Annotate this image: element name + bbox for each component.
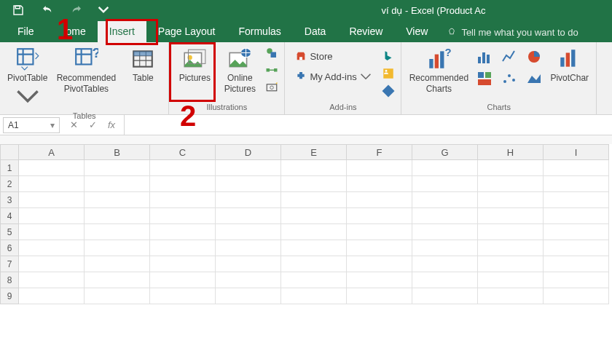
- cell[interactable]: [412, 176, 478, 192]
- cell[interactable]: [216, 192, 281, 208]
- cell[interactable]: [85, 224, 150, 240]
- cell[interactable]: [216, 160, 281, 176]
- visio-button[interactable]: [380, 83, 396, 99]
- cell[interactable]: [150, 192, 216, 208]
- tab-view[interactable]: View: [394, 21, 439, 42]
- cell[interactable]: [85, 272, 150, 288]
- cell[interactable]: [281, 240, 347, 256]
- row-header[interactable]: 7: [0, 256, 19, 272]
- cell[interactable]: [544, 208, 609, 224]
- fx-button[interactable]: fx: [102, 119, 121, 130]
- cell[interactable]: [412, 272, 478, 288]
- cell[interactable]: [281, 272, 347, 288]
- cell[interactable]: [478, 256, 544, 272]
- cell[interactable]: [478, 272, 544, 288]
- cell[interactable]: [412, 288, 478, 304]
- scatter-chart-button[interactable]: [499, 68, 519, 89]
- cell[interactable]: [281, 192, 347, 208]
- col-header[interactable]: C: [150, 144, 216, 160]
- tab-review[interactable]: Review: [337, 21, 394, 42]
- col-header[interactable]: H: [478, 144, 544, 160]
- tab-file[interactable]: File: [6, 21, 46, 42]
- row-header[interactable]: 6: [0, 240, 19, 256]
- recommended-charts-button[interactable]: ? Recommended Charts: [406, 45, 471, 96]
- cell[interactable]: [85, 176, 150, 192]
- cell[interactable]: [281, 208, 347, 224]
- cell[interactable]: [478, 240, 544, 256]
- col-header[interactable]: G: [412, 144, 478, 160]
- cell[interactable]: [478, 224, 544, 240]
- row-header[interactable]: 8: [0, 272, 19, 288]
- recommended-pivot-button[interactable]: ? Recommended PivotTables: [53, 45, 119, 96]
- cell[interactable]: [478, 208, 544, 224]
- col-header[interactable]: I: [544, 144, 609, 160]
- name-box[interactable]: A1▾: [3, 117, 60, 133]
- line-chart-button[interactable]: [499, 47, 519, 67]
- cell[interactable]: [85, 160, 150, 176]
- cell[interactable]: [85, 240, 150, 256]
- pictures-button[interactable]: Pictures: [173, 45, 216, 85]
- row-header[interactable]: 3: [0, 192, 19, 208]
- cell[interactable]: [150, 240, 216, 256]
- tab-insert[interactable]: Insert: [98, 21, 146, 42]
- cell[interactable]: [478, 160, 544, 176]
- cell[interactable]: [19, 256, 85, 272]
- people-graph-button[interactable]: [380, 66, 396, 82]
- cell[interactable]: [544, 272, 609, 288]
- col-header[interactable]: B: [85, 144, 150, 160]
- cancel-formula-button[interactable]: ✕: [64, 119, 83, 130]
- cell[interactable]: [544, 192, 609, 208]
- cell[interactable]: [544, 288, 609, 304]
- cell[interactable]: [85, 288, 150, 304]
- surface-chart-button[interactable]: [524, 68, 544, 89]
- cell[interactable]: [347, 288, 412, 304]
- cell[interactable]: [347, 176, 412, 192]
- cell[interactable]: [544, 240, 609, 256]
- cell[interactable]: [347, 192, 412, 208]
- cell[interactable]: [412, 224, 478, 240]
- undo-icon[interactable]: [39, 2, 55, 18]
- row-header[interactable]: 9: [0, 288, 19, 304]
- formula-input[interactable]: [124, 115, 612, 135]
- tab-pagelayout[interactable]: Page Layout: [146, 21, 227, 42]
- cell[interactable]: [412, 240, 478, 256]
- enter-formula-button[interactable]: ✓: [83, 119, 102, 130]
- my-addins-button[interactable]: My Add-ins: [294, 68, 372, 84]
- col-header[interactable]: A: [19, 144, 85, 160]
- cell[interactable]: [150, 224, 216, 240]
- smartart-button[interactable]: [264, 63, 280, 79]
- cell[interactable]: [19, 224, 85, 240]
- cell[interactable]: [216, 272, 281, 288]
- cell[interactable]: [150, 176, 216, 192]
- row-header[interactable]: 1: [0, 160, 19, 176]
- cell[interactable]: [150, 208, 216, 224]
- cell[interactable]: [216, 240, 281, 256]
- shapes-button[interactable]: [264, 45, 280, 61]
- cell[interactable]: [216, 256, 281, 272]
- row-header[interactable]: 5: [0, 224, 19, 240]
- cell[interactable]: [216, 288, 281, 304]
- cell[interactable]: [544, 176, 609, 192]
- cell[interactable]: [19, 176, 85, 192]
- table-button[interactable]: Table: [122, 45, 164, 85]
- qat-dropdown-icon[interactable]: [98, 4, 109, 17]
- cell[interactable]: [347, 160, 412, 176]
- col-header[interactable]: E: [281, 144, 347, 160]
- cell[interactable]: [412, 256, 478, 272]
- pivotchart-button[interactable]: PivotChar: [547, 45, 592, 85]
- tell-me[interactable]: Tell me what you want to do: [447, 23, 578, 42]
- online-pictures-button[interactable]: Online Pictures: [219, 45, 261, 96]
- pie-chart-button[interactable]: [524, 47, 544, 67]
- cell[interactable]: [19, 192, 85, 208]
- cell[interactable]: [216, 208, 281, 224]
- tab-formulas[interactable]: Formulas: [227, 21, 292, 42]
- select-all-corner[interactable]: [0, 144, 19, 160]
- cell[interactable]: [19, 160, 85, 176]
- cell[interactable]: [478, 192, 544, 208]
- cell[interactable]: [85, 256, 150, 272]
- cell[interactable]: [150, 160, 216, 176]
- cell[interactable]: [412, 208, 478, 224]
- cell[interactable]: [347, 208, 412, 224]
- col-header[interactable]: F: [347, 144, 412, 160]
- tab-data[interactable]: Data: [293, 21, 338, 42]
